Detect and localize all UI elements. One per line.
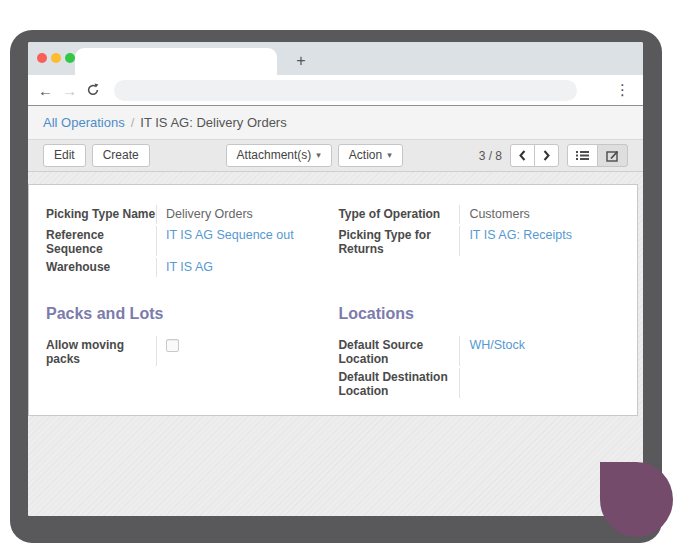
pager-and-views: 3 / 8 [479,144,628,167]
browser-toolbar: ← → ⋮ [28,75,643,106]
form-view-icon [606,150,619,162]
create-button[interactable]: Create [92,144,150,167]
field-value: Customers [459,205,627,224]
more-buttons: Attachment(s) ▾ Action ▾ [226,144,403,167]
back-icon[interactable]: ← [38,83,53,98]
field-value-link[interactable]: WH/Stock [459,336,627,366]
address-bar[interactable] [114,80,577,101]
form-view-area: Picking Type Name Delivery Orders Refere… [28,172,643,516]
field-reference-sequence: Reference Sequence IT IS AG Sequence out [46,226,324,256]
edit-button[interactable]: Edit [43,144,86,167]
field-allow-moving-packs: Allow moving packs [46,336,324,366]
action-dropdown[interactable]: Action ▾ [338,144,403,167]
new-tab-button[interactable]: + [290,49,312,73]
view-switcher [567,144,628,167]
maximize-window-button[interactable] [65,53,75,63]
section-packs-and-lots: Packs and Lots [46,305,324,323]
forward-icon[interactable]: → [62,83,77,98]
previous-record-button[interactable] [510,144,535,167]
close-window-button[interactable] [37,53,47,63]
breadcrumb: All Operations / IT IS AG: Delivery Orde… [28,106,643,139]
field-default-source-location: Default Source Location WH/Stock [338,336,627,366]
control-bar: Edit Create Attachment(s) ▾ Action [28,139,643,172]
next-record-button[interactable] [534,144,559,167]
field-value: Delivery Orders [156,205,324,224]
field-type-of-operation: Type of Operation Customers [338,205,627,224]
field-value-link[interactable]: IT IS AG Sequence out [156,226,324,256]
screenshot-canvas: + ← → ⋮ All Operations / [0,0,680,553]
breadcrumb-separator: / [131,115,135,130]
breadcrumb-current: IT IS AG: Delivery Orders [140,115,286,130]
browser-menu-icon[interactable]: ⋮ [612,81,633,99]
browser-window: + ← → ⋮ All Operations / [28,42,643,516]
reload-icon[interactable] [86,83,100,97]
field-value [459,368,627,398]
list-view-icon [576,150,589,161]
form-sheet: Picking Type Name Delivery Orders Refere… [28,184,638,416]
field-value-link[interactable]: IT IS AG [156,258,324,277]
field-warehouse: Warehouse IT IS AG [46,258,324,277]
minimize-window-button[interactable] [51,53,61,63]
chevron-down-icon: ▾ [387,145,392,166]
attachments-dropdown[interactable]: Attachment(s) ▾ [226,144,332,167]
browser-tab[interactable] [75,48,277,75]
field-value-link[interactable]: IT IS AG: Receipts [459,226,627,256]
chevron-right-icon [543,150,550,161]
app-page: All Operations / IT IS AG: Delivery Orde… [28,106,643,516]
pager-counter: 3 / 8 [479,149,502,163]
record-buttons: Edit Create [43,144,150,167]
browser-frame: + ← → ⋮ All Operations / [10,30,662,543]
field-picking-type-name: Picking Type Name Delivery Orders [46,205,324,224]
form-view-button[interactable] [597,144,628,167]
pager-nav [510,144,559,167]
section-locations: Locations [338,305,627,323]
allow-moving-packs-checkbox[interactable] [166,339,179,352]
chevron-down-icon: ▾ [316,145,321,166]
breadcrumb-parent-link[interactable]: All Operations [43,115,125,130]
field-default-destination-location: Default Destination Location [338,368,627,398]
field-picking-type-for-returns: Picking Type for Returns IT IS AG: Recei… [338,226,627,256]
tab-strip: + [28,42,643,75]
decorative-corner-shape [600,462,673,537]
window-controls [37,53,75,63]
list-view-button[interactable] [567,144,598,167]
chevron-left-icon [519,150,526,161]
